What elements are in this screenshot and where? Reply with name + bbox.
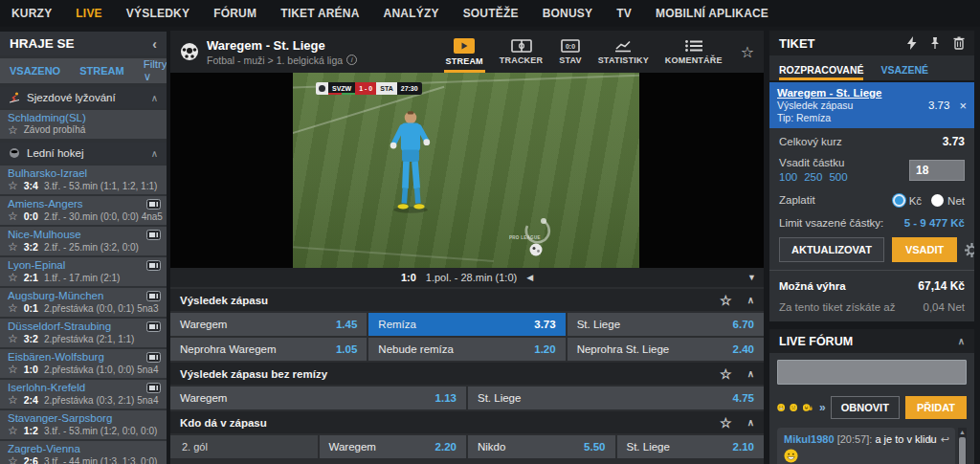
nav-item[interactable]: KURZY bbox=[11, 7, 52, 20]
bet-button[interactable]: VSADIT bbox=[892, 237, 957, 262]
live-match-row[interactable]: Zagreb-Vienna ☆ 2:6 3.tř. - 44.min (1:3,… bbox=[0, 441, 167, 464]
reply-icon[interactable]: ↩ bbox=[941, 432, 949, 447]
tab-stream[interactable]: STREAM bbox=[79, 65, 123, 77]
forum-scrollbar[interactable]: ▲ bbox=[958, 428, 967, 464]
favorite-star-icon[interactable]: ☆ bbox=[8, 334, 18, 343]
odds-button[interactable]: Waregem 2.20 bbox=[320, 435, 467, 458]
favorite-market-star-icon[interactable]: ☆ bbox=[720, 296, 732, 305]
favorite-star-icon[interactable]: ☆ bbox=[8, 125, 18, 135]
collapse-sidebar-icon[interactable]: ‹ bbox=[152, 36, 157, 52]
nav-item[interactable]: FÓRUM bbox=[213, 7, 256, 20]
odds-button[interactable]: St. Liege 4.75 bbox=[468, 387, 764, 409]
collapse-section-icon[interactable]: ∧ bbox=[151, 148, 158, 159]
tab-stav[interactable]: 0:0 STAV bbox=[557, 31, 583, 73]
collapse-market-icon[interactable]: ∧ bbox=[747, 368, 754, 379]
forum-message-input[interactable] bbox=[777, 360, 967, 385]
trash-icon[interactable] bbox=[953, 36, 965, 50]
nav-item[interactable]: VÝSLEDKY bbox=[126, 7, 189, 20]
currency-net-radio[interactable] bbox=[931, 194, 944, 207]
collapse-message-icon[interactable]: ∨ bbox=[926, 432, 934, 447]
match-score: 3:4 bbox=[24, 180, 38, 191]
collapse-market-icon[interactable]: ∧ bbox=[747, 295, 754, 305]
nav-item[interactable]: MOBILNÍ APLIKACE bbox=[656, 7, 768, 20]
tab-rozpracovane[interactable]: ROZPRACOVANÉ bbox=[779, 64, 863, 80]
message-user[interactable]: Mikul1980 bbox=[784, 433, 835, 445]
scrollbar-thumb[interactable] bbox=[959, 437, 966, 464]
favorite-star-icon[interactable]: ☆ bbox=[8, 303, 18, 313]
previous-icon[interactable]: ◀ bbox=[526, 273, 533, 282]
favorite-star-icon[interactable]: ☆ bbox=[8, 273, 18, 282]
odds-button[interactable]: Nikdo 5.50 bbox=[468, 435, 615, 458]
expand-panel-icon[interactable]: ▼ bbox=[747, 273, 756, 282]
update-button[interactable]: AKTUALIZOVAT bbox=[779, 237, 884, 262]
odds-button[interactable]: Waregem 1.13 bbox=[170, 387, 466, 409]
live-match-row[interactable]: Augsburg-München ☆ 0:1 2.přestávka (0:0,… bbox=[0, 288, 167, 317]
odds-button[interactable]: St. Liege 2.10 bbox=[617, 435, 765, 458]
filter-dropdown[interactable]: Filtry ∨ bbox=[144, 58, 167, 83]
quick-stake-link[interactable]: 100 bbox=[779, 171, 797, 183]
quick-stake-link[interactable]: 500 bbox=[829, 171, 847, 183]
market-section-header: Výsledek zápasu bez remízy ☆ ∧ bbox=[170, 363, 764, 385]
tab-vsazene[interactable]: VSAZENÉ bbox=[880, 64, 928, 80]
favorite-star-icon[interactable]: ☆ bbox=[8, 365, 18, 374]
info-icon[interactable]: i bbox=[346, 55, 357, 65]
favorite-star-icon[interactable]: ☆ bbox=[8, 242, 18, 252]
tab-komentare[interactable]: KOMENTÁŘE bbox=[663, 31, 724, 73]
scorebug-score: 1 - 0 bbox=[355, 82, 376, 95]
live-match-row[interactable]: Stavanger-Sarpsborg ☆ 1:2 3.tř. - 53.min… bbox=[0, 410, 167, 439]
live-match-row[interactable]: Iserlohn-Krefeld ☆ 2:4 2.přestávka (0:3,… bbox=[0, 380, 167, 409]
nav-item[interactable]: ANALÝZY bbox=[384, 7, 439, 20]
favorite-match-star-icon[interactable]: ☆ bbox=[741, 43, 754, 61]
live-match-row[interactable]: Bulharsko-Izrael ☆ 3:4 3.tř. - 53.min (1… bbox=[0, 166, 167, 194]
nav-item[interactable]: TIKET ARÉNA bbox=[280, 7, 359, 20]
odds-button[interactable]: Nebude remíza 1.20 bbox=[368, 338, 565, 361]
nav-item[interactable]: TV bbox=[616, 7, 632, 20]
video-player[interactable]: SVZW 1 - 0 STA 27:30 bbox=[170, 73, 764, 268]
tab-vsazeno[interactable]: VSAZENO bbox=[10, 65, 60, 77]
currency-kc-radio[interactable] bbox=[893, 194, 905, 207]
favorite-star-icon[interactable]: ☆ bbox=[8, 456, 18, 464]
favorite-market-star-icon[interactable]: ☆ bbox=[720, 418, 732, 428]
live-match-row[interactable]: Nice-Mulhouse ☆ 3:2 2.tř. - 25.min (3:2,… bbox=[0, 227, 167, 255]
grin-emoji[interactable] bbox=[777, 400, 785, 415]
favorite-star-icon[interactable]: ☆ bbox=[8, 395, 18, 405]
stake-input[interactable] bbox=[909, 160, 965, 181]
favorite-star-icon[interactable]: ☆ bbox=[8, 211, 18, 221]
favorite-star-icon[interactable]: ☆ bbox=[8, 426, 18, 435]
tab-tracker[interactable]: TRACKER bbox=[498, 31, 545, 73]
nav-item[interactable]: SOUTĚŽE bbox=[463, 7, 519, 20]
collapse-forum-icon[interactable]: ∧ bbox=[958, 336, 965, 346]
refresh-button[interactable]: OBNOVIT bbox=[831, 396, 900, 419]
odds-button[interactable]: St. Liege 6.70 bbox=[568, 313, 764, 336]
live-match-row[interactable]: Düsseldorf-Straubing ☆ 3:2 2.přestávka (… bbox=[0, 319, 167, 347]
odds-button[interactable]: Neprohra St. Liege 2.40 bbox=[568, 338, 764, 361]
live-match-row[interactable]: Lyon-Epinal ☆ 2:1 1.tř. - 17.min (2:1) bbox=[0, 257, 167, 286]
collapse-market-icon[interactable]: ∧ bbox=[747, 417, 754, 428]
quick-bet-bolt-icon[interactable] bbox=[907, 36, 917, 50]
odds-button[interactable]: Neprohra Waregem 1.05 bbox=[170, 338, 367, 361]
favorite-star-icon[interactable]: ☆ bbox=[8, 181, 18, 190]
odds-button[interactable]: Waregem 1.45 bbox=[170, 313, 367, 336]
tab-stream[interactable]: STREAM bbox=[444, 31, 485, 73]
cry-emoji[interactable] bbox=[790, 400, 797, 415]
laugh-money-emoji[interactable] bbox=[803, 400, 813, 415]
match-name: Amiens-Angers bbox=[8, 198, 159, 210]
tab-statistiky[interactable]: STATISTIKY bbox=[596, 31, 651, 73]
soccer-ball-icon bbox=[180, 42, 199, 61]
gear-icon[interactable] bbox=[965, 243, 974, 257]
bet-match-link[interactable]: Waregem - St. Liege bbox=[777, 87, 928, 99]
remove-bet-icon[interactable]: × bbox=[959, 99, 967, 113]
quick-stake-link[interactable]: 250 bbox=[804, 171, 822, 183]
odds-button[interactable]: Remíza 3.73 bbox=[368, 313, 565, 336]
live-match-row[interactable]: Eisbären-Wolfsburg ☆ 1:0 2.přestávka (1:… bbox=[0, 349, 167, 378]
add-post-button[interactable]: PŘIDAT bbox=[905, 396, 967, 419]
more-emojis-link[interactable]: » bbox=[819, 401, 826, 414]
collapse-section-icon[interactable]: ∧ bbox=[151, 93, 158, 103]
nav-item[interactable]: BONUSY bbox=[543, 7, 593, 20]
nav-item[interactable]: LIVE bbox=[76, 7, 101, 20]
ski-event-row[interactable]: Schladming(SL) ☆ Závod probíhá bbox=[0, 110, 167, 139]
live-match-row[interactable]: Amiens-Angers ☆ 0:0 2.tř. - 30.min (0:0,… bbox=[0, 196, 167, 225]
favorite-market-star-icon[interactable]: ☆ bbox=[720, 369, 732, 379]
pin-ticket-icon[interactable] bbox=[929, 36, 941, 50]
scroll-up-icon[interactable]: ▲ bbox=[958, 428, 967, 436]
